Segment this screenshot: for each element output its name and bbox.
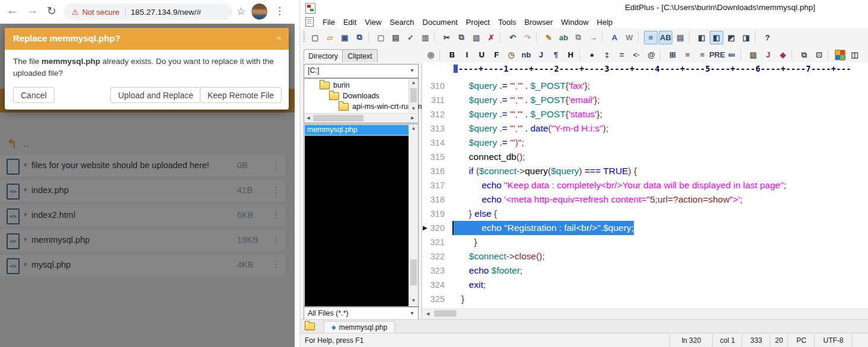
html-toolbar-icon[interactable] [792, 49, 796, 61]
url-text[interactable]: 185.27.134.9/new/# [131, 8, 202, 17]
code-line[interactable]: 322 $connect->close(); [422, 249, 868, 264]
menu-item[interactable]: Edit [339, 17, 360, 28]
toolbar-icon[interactable]: ↶ [506, 31, 519, 44]
code-line[interactable]: 325 } [422, 292, 868, 306]
filter-dropdown-icon[interactable]: ▾ [407, 309, 417, 318]
code-line[interactable]: 315 connect_db(); [422, 150, 868, 164]
code-text[interactable]: } else { [454, 207, 497, 221]
toolbar-icon[interactable] [500, 31, 504, 43]
html-toolbar-icon[interactable]: ◎ [424, 48, 438, 62]
code-text[interactable]: } [454, 292, 464, 306]
toolbar-icon[interactable]: ✂ [440, 31, 454, 44]
code-text[interactable]: connect_db(); [454, 150, 525, 164]
html-toolbar-icon[interactable]: U [475, 48, 489, 62]
html-toolbar-icon[interactable]: J [761, 48, 775, 62]
code-text[interactable]: $query .= "')"; [454, 136, 524, 150]
code-line[interactable]: 311 $query .= "','" . $_POST{'email'}; [422, 93, 868, 107]
scroll-thumb[interactable] [313, 115, 363, 121]
toolbar-icon[interactable]: ◨ [739, 31, 753, 44]
code-text[interactable]: $query .= "','" . date("Y-m-d H:i:s"); [454, 121, 608, 136]
html-toolbar-icon[interactable]: ≡ [695, 48, 709, 62]
scroll-left-icon[interactable]: ◄ [304, 114, 312, 123]
html-toolbar-icon[interactable]: ◆ [776, 48, 790, 62]
browser-menu-icon[interactable]: ⋮ [275, 5, 285, 17]
toolbar-icon[interactable]: ▧ [470, 31, 483, 44]
menu-item[interactable]: Help [593, 17, 617, 28]
toolbar-icon[interactable]: ✓ [404, 31, 417, 44]
document-icon[interactable] [305, 17, 314, 27]
html-toolbar-icon[interactable]: B [445, 48, 459, 62]
toolbar-grip[interactable] [303, 31, 305, 43]
code-text[interactable]: echo "Registration : fail<br/>".$query; [452, 221, 634, 235]
code-line[interactable]: 317 echo "Keep data : completely<br/>You… [422, 178, 868, 192]
scroll-thumb[interactable] [434, 310, 457, 317]
cancel-button[interactable]: Cancel [13, 87, 55, 103]
toolbar-icon[interactable] [689, 31, 693, 43]
code-text[interactable]: echo '<meta http-equiv=refresh content="… [454, 192, 742, 207]
menu-item[interactable]: Window [557, 17, 592, 28]
toolbar-icon[interactable]: ↷ [521, 31, 534, 44]
toolbar-icon[interactable]: ▤ [389, 31, 403, 44]
toolbar-icon[interactable]: ◧ [695, 31, 709, 44]
toolbar-icon[interactable]: ⧉ [455, 31, 468, 44]
bookmark-star-icon[interactable]: ☆ [237, 5, 245, 18]
html-toolbar-icon[interactable]: nb [519, 48, 533, 62]
filelist-vertical-scrollbar[interactable]: ▲ ▼ [409, 124, 418, 305]
scroll-up-icon[interactable]: ▲ [409, 124, 418, 133]
code-line[interactable]: 318 echo '<meta http-equiv=refresh conte… [422, 192, 868, 207]
html-toolbar-icon[interactable]: J [534, 48, 548, 62]
code-text[interactable]: echo $footer; [454, 264, 522, 278]
tree-vertical-scrollbar[interactable]: ▲ ▼ [409, 79, 418, 113]
toolbar-icon[interactable]: ab [557, 31, 570, 44]
scroll-down-icon[interactable]: ▼ [409, 297, 418, 305]
code-text[interactable]: $connect->close(); [454, 249, 545, 264]
toolbar-icon[interactable] [638, 31, 642, 43]
html-toolbar-icon[interactable] [835, 50, 845, 60]
not-secure-label[interactable]: Not secure [82, 8, 120, 17]
folder-icon[interactable] [305, 323, 315, 330]
profile-avatar[interactable] [251, 4, 267, 20]
toolbar-icon[interactable]: ▢ [374, 31, 388, 44]
toolbar-icon[interactable]: → [586, 31, 600, 44]
html-toolbar-icon[interactable]: ● [585, 48, 599, 62]
menu-item[interactable]: Browser [521, 17, 557, 28]
menu-item[interactable]: Document [419, 17, 462, 28]
scroll-thumb[interactable] [410, 88, 417, 102]
toolbar-icon[interactable]: ⧉ [572, 31, 585, 44]
selected-file-item[interactable]: memmysql.php [305, 125, 411, 135]
menu-item[interactable]: Tools [494, 17, 520, 28]
tree-item[interactable]: api-ms-win-crt-runtim [304, 101, 438, 112]
code-line[interactable]: 314 $query .= "')"; [422, 136, 868, 150]
menu-item[interactable]: View [360, 17, 385, 28]
toolbar-icon[interactable]: ▢ [308, 31, 322, 44]
html-toolbar-icon[interactable] [741, 49, 745, 61]
toolbar-icon[interactable] [755, 31, 759, 43]
code-text[interactable]: echo "Keep data : completely<br/>Your da… [454, 178, 786, 192]
toolbar-icon[interactable]: ▣ [338, 31, 352, 44]
scroll-left-icon[interactable]: ◄ [423, 309, 432, 318]
toolbar-icon[interactable]: ▱ [323, 31, 337, 44]
scroll-down-icon[interactable]: ▼ [409, 105, 418, 113]
menu-item[interactable]: Search [385, 17, 418, 28]
html-toolbar-icon[interactable]: ‡ [600, 48, 614, 62]
menu-item[interactable]: File [318, 17, 339, 28]
html-toolbar-icon[interactable]: ⧉ [797, 48, 811, 62]
code-line[interactable]: 324 exit; [422, 278, 868, 292]
code-line[interactable]: 321 } [422, 235, 868, 249]
menu-item[interactable]: Project [462, 17, 494, 28]
tree-horizontal-scrollbar[interactable]: ◄ ► [304, 113, 417, 123]
html-toolbar-icon[interactable]: H [564, 48, 577, 62]
html-toolbar-icon[interactable] [660, 49, 664, 61]
keep-remote-file-button[interactable]: Keep Remote File [200, 87, 282, 103]
html-toolbar-icon[interactable] [828, 49, 832, 61]
html-toolbar-icon[interactable]: <· [630, 48, 643, 62]
drive-selector[interactable]: [C:] ▾ [304, 64, 419, 78]
toolbar-icon[interactable]: A [608, 31, 621, 44]
html-toolbar-icon[interactable]: ≔ [725, 48, 739, 62]
html-toolbar-icon[interactable]: = [615, 48, 628, 62]
html-toolbar-icon[interactable]: @ [644, 48, 658, 62]
html-toolbar-icon[interactable]: ⊡ [812, 48, 826, 62]
code-line[interactable]: 316 if ($connect->query($query) === TRUE… [422, 164, 868, 178]
html-toolbar-icon[interactable] [579, 49, 583, 61]
toolbar-icon[interactable]: ▤ [674, 31, 687, 44]
